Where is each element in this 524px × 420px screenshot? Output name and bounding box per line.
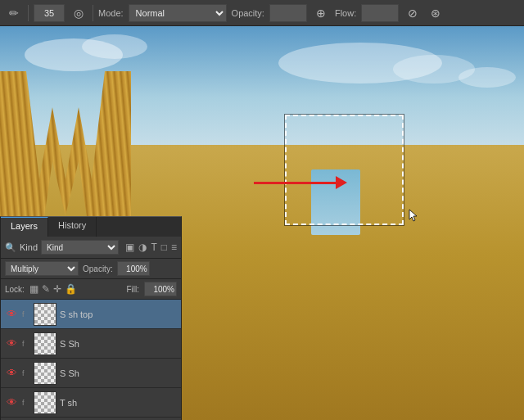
layer-fx-2: f: [22, 369, 30, 377]
layers-panel: Layers History 🔍 Kind Kind ▣ ◑ T □ ≡ Mul…: [0, 216, 182, 420]
layer-row-0[interactable]: 👁 f S sh top: [1, 300, 181, 329]
layer-fx-3: f: [22, 399, 30, 407]
lock-checkerboard-icon[interactable]: ▦: [29, 283, 38, 295]
layer-fx-0: f: [22, 310, 30, 318]
mode-label: Mode:: [98, 8, 124, 18]
brush-tool-icon[interactable]: ✏: [5, 4, 23, 22]
shape-filter-icon[interactable]: □: [161, 242, 167, 253]
lock-brush-icon[interactable]: ✎: [42, 283, 50, 295]
flow-input-box[interactable]: 100%: [361, 4, 399, 22]
panel-tabs: Layers History: [1, 217, 181, 237]
mode-dropdown[interactable]: Normal Multiply Screen: [129, 4, 227, 22]
opacity-label: Opacity:: [232, 8, 264, 18]
brush-size-input[interactable]: 35: [38, 8, 61, 18]
flow-input[interactable]: 100%: [365, 8, 395, 18]
lock-icons-group: ▦ ✎ ✛ 🔒: [29, 283, 77, 295]
layer-visibility-1[interactable]: 👁: [4, 336, 19, 351]
layer-thumb-3: [34, 391, 56, 414]
lock-fill-row: Lock: ▦ ✎ ✛ 🔒 Fill: 100%: [1, 279, 181, 300]
blend-opacity-row: Multiply Normal Screen Overlay Opacity: …: [1, 259, 181, 279]
layer-name-2: S Sh: [60, 368, 178, 378]
layer-visibility-3[interactable]: 👁: [4, 395, 19, 410]
smart-filter-icon[interactable]: ≡: [171, 242, 177, 253]
layer-name-1: S Sh: [60, 339, 178, 349]
pen-pressure-icon[interactable]: ⊘: [404, 4, 422, 22]
arrow-line: [254, 182, 336, 184]
panel-search-bar: 🔍 Kind Kind ▣ ◑ T □ ≡: [1, 237, 181, 259]
toolbar: ✏ 35 ◎ Mode: Normal Multiply Screen Opac…: [0, 0, 524, 26]
fill-label: Fill:: [126, 285, 139, 294]
layer-fx-1: f: [22, 340, 30, 348]
fill-field[interactable]: 100%: [144, 282, 177, 296]
red-arrow: [254, 176, 347, 189]
smoothing-icon[interactable]: ⊛: [427, 4, 445, 22]
cloud-2: [82, 34, 147, 59]
brush-size-box[interactable]: 35: [34, 4, 65, 22]
lock-move-icon[interactable]: ✛: [53, 283, 61, 295]
layer-thumb-2: [34, 362, 56, 385]
layer-visibility-2[interactable]: 👁: [4, 366, 19, 381]
adjustment-filter-icon[interactable]: ◑: [138, 242, 147, 253]
canvas-area[interactable]: Layers History 🔍 Kind Kind ▣ ◑ T □ ≡ Mul…: [0, 26, 524, 420]
kind-dropdown[interactable]: Kind: [41, 240, 119, 255]
flow-label: Flow:: [335, 8, 356, 18]
blend-mode-dropdown[interactable]: Multiply Normal Screen Overlay: [5, 261, 79, 276]
lock-label: Lock:: [5, 285, 25, 294]
layer-name-3: T sh: [60, 398, 178, 408]
arrow-head: [336, 176, 347, 189]
tab-layers[interactable]: Layers: [1, 217, 48, 237]
layer-thumb-1: [34, 332, 56, 355]
airbrush-icon[interactable]: ⊕: [312, 4, 330, 22]
opacity-field[interactable]: 100%: [117, 261, 150, 276]
lock-all-icon[interactable]: 🔒: [65, 283, 77, 295]
layer-row-1[interactable]: 👁 f S Sh: [1, 329, 181, 359]
opacity-input[interactable]: 100%: [273, 8, 303, 18]
kind-label: Kind: [20, 242, 38, 252]
pixel-filter-icon[interactable]: ▣: [125, 242, 134, 253]
layer-visibility-0[interactable]: 👁: [4, 307, 19, 322]
layer-row-3[interactable]: 👁 f T sh: [1, 388, 181, 418]
layer-row-2[interactable]: 👁 f S Sh: [1, 359, 181, 388]
opacity-label: Opacity:: [83, 264, 113, 273]
brush-preview-icon: ◎: [70, 4, 88, 22]
layer-name-0: S sh top: [60, 309, 178, 319]
tab-history[interactable]: History: [48, 217, 97, 237]
filter-icons: ▣ ◑ T □ ≡: [125, 242, 177, 253]
opacity-input-box[interactable]: 100%: [269, 4, 307, 22]
layer-thumb-0: [34, 303, 56, 326]
toolbar-separator-1: [28, 5, 29, 21]
toolbar-separator-2: [93, 5, 93, 21]
type-filter-icon[interactable]: T: [151, 242, 156, 253]
search-icon: 🔍: [5, 242, 16, 253]
